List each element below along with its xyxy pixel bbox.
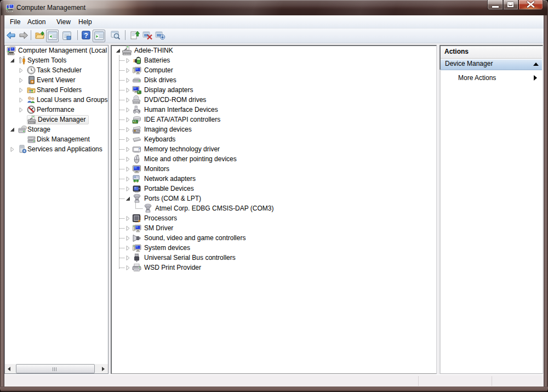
svg-text:?: ? [84, 32, 88, 39]
